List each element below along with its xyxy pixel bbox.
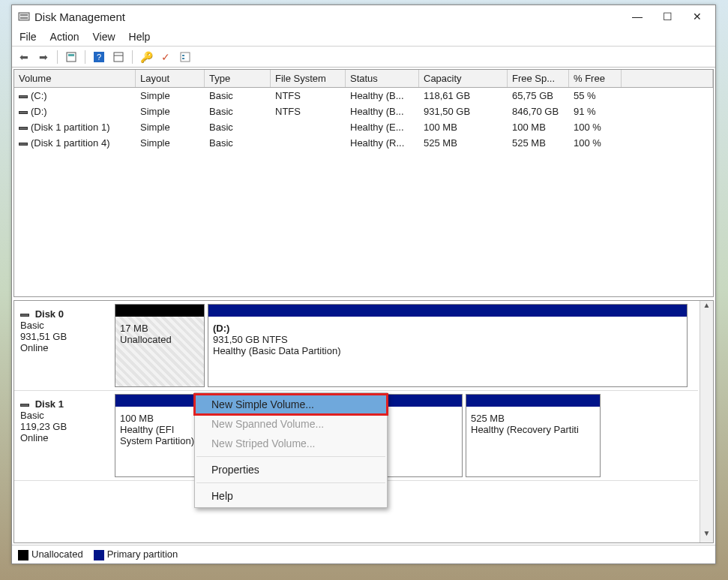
view-icon[interactable] [111,50,126,65]
svg-rect-11 [182,58,184,59]
svg-rect-2 [20,17,28,19]
legend: Unallocated Primary partition [12,545,715,563]
col-volume[interactable]: Volume [14,70,136,87]
disk-icon [19,143,28,146]
volume-cell: Healthy (B... [346,89,419,102]
disk-label[interactable]: Disk 0Basic931,51 GBOnline [14,301,115,390]
volume-cell: (Disk 1 partition 1) [14,121,136,134]
col-status[interactable]: Status [346,70,419,87]
volume-list-header: Volume Layout Type File System Status Ca… [14,70,713,88]
back-icon[interactable]: ⬅ [16,50,31,65]
volume-cell: Basic [205,121,271,134]
partition-unallocated[interactable]: 17 MBUnallocated [115,304,205,387]
volume-cell [271,137,346,149]
col-pctfree[interactable]: % Free [569,70,622,87]
partition-bar [115,305,204,317]
col-layout[interactable]: Layout [136,70,205,87]
partition-body: 525 MBHealthy (Recovery Partiti [466,407,600,476]
volume-cell: NTFS [271,89,346,102]
svg-text:?: ? [97,53,101,62]
volume-row[interactable]: (D:)SimpleBasicNTFSHealthy (B...931,50 G… [14,104,713,119]
volume-cell: 100 % [569,137,622,149]
menu-view[interactable]: View [92,31,115,43]
scroll-up-icon[interactable]: ▲ [700,301,713,314]
volume-cell: Healthy (E... [346,121,419,134]
ctx-new-simple-volume[interactable]: New Simple Volume... [195,395,387,414]
volume-cell: Simple [136,121,205,134]
titlebar[interactable]: Disk Management — ☐ ✕ [12,5,715,28]
legend-unallocated: Unallocated [18,548,83,560]
volume-cell: 846,70 GB [508,105,569,118]
scroll-down-icon[interactable]: ▼ [700,529,713,542]
volume-row[interactable]: (C:)SimpleBasicNTFSHealthy (B...118,61 G… [14,88,713,104]
menu-file[interactable]: File [19,31,37,43]
volume-row[interactable]: (Disk 1 partition 4)SimpleBasicHealthy (… [14,135,713,151]
volume-cell: Healthy (R... [346,137,419,149]
partition-primary[interactable]: (D:)931,50 GB NTFSHealthy (Basic Data Pa… [208,304,688,387]
svg-rect-9 [181,53,190,62]
col-filesystem[interactable]: File System [271,70,346,87]
col-spacer [622,70,713,87]
partition-bar [466,395,600,407]
volume-cell: Simple [136,105,205,118]
volume-cell: Basic [205,105,271,118]
disk-icon [20,314,29,317]
ctx-new-spanned-volume[interactable]: New Spanned Volume... [195,414,387,434]
volume-row[interactable]: (Disk 1 partition 1)SimpleBasicHealthy (… [14,119,713,135]
volume-cell: (Disk 1 partition 4) [14,137,136,149]
forward-icon[interactable]: ➡ [36,50,51,65]
disk-row: Disk 0Basic931,51 GBOnline17 MBUnallocat… [14,301,698,391]
volume-list: Volume Layout Type File System Status Ca… [13,69,714,297]
maximize-button[interactable]: ☐ [652,6,682,27]
volume-cell: 55 % [569,89,622,102]
volume-cell: 525 MB [419,137,508,149]
svg-rect-3 [67,53,76,62]
volume-cell: 91 % [569,105,622,118]
refresh-icon[interactable] [64,50,79,65]
svg-rect-10 [182,55,184,56]
volume-cell: 65,75 GB [508,89,569,102]
volume-cell: 100 MB [419,121,508,134]
scrollbar[interactable]: ▲ ▼ [700,301,713,542]
partition-primary[interactable]: 525 MBHealthy (Recovery Partiti [466,394,601,477]
volume-cell: 118,61 GB [419,89,508,102]
partition-body: 17 MBUnallocated [115,317,204,386]
volume-cell: 931,50 GB [419,105,508,118]
volume-cell: Simple [136,89,205,102]
ctx-help[interactable]: Help [195,486,387,506]
disk-icon [19,95,28,98]
window-title: Disk Management [34,11,622,23]
ctx-properties[interactable]: Properties [195,460,387,479]
volume-cell: Healthy (B... [346,105,419,118]
volume-cell: Simple [136,137,205,149]
disk-icon [19,127,28,130]
volume-cell [271,121,346,134]
disk-label[interactable]: Disk 1Basic119,23 GBOnline [14,391,115,480]
toolbar: ⬅ ➡ ? 🔑 ✓ [12,47,715,68]
minimize-button[interactable]: — [622,6,652,27]
ctx-new-striped-volume[interactable]: New Striped Volume... [195,434,387,453]
legend-primary: Primary partition [94,548,178,560]
app-icon [18,11,30,23]
menu-help[interactable]: Help [129,31,151,43]
context-menu: New Simple Volume... New Spanned Volume.… [194,392,388,508]
disk-graph: 17 MBUnallocated(D:)931,50 GB NTFSHealth… [115,301,698,390]
disk-icon [20,404,29,407]
col-freespace[interactable]: Free Sp... [508,70,569,87]
check-icon[interactable]: ✓ [158,50,173,65]
close-button[interactable]: ✕ [682,6,712,27]
volume-cell: (C:) [14,89,136,102]
col-capacity[interactable]: Capacity [419,70,508,87]
disk-icon [19,111,28,114]
partition-body: (D:)931,50 GB NTFSHealthy (Basic Data Pa… [208,317,687,386]
menubar: File Action View Help [12,28,715,47]
volume-cell: 100 % [569,121,622,134]
volume-cell: Basic [205,137,271,149]
wand-icon[interactable]: 🔑 [139,50,154,65]
list-icon[interactable] [178,50,193,65]
menu-action[interactable]: Action [50,31,79,43]
svg-rect-0 [19,13,29,20]
col-type[interactable]: Type [205,70,271,87]
partition-bar [208,305,687,317]
help-icon[interactable]: ? [91,50,106,65]
